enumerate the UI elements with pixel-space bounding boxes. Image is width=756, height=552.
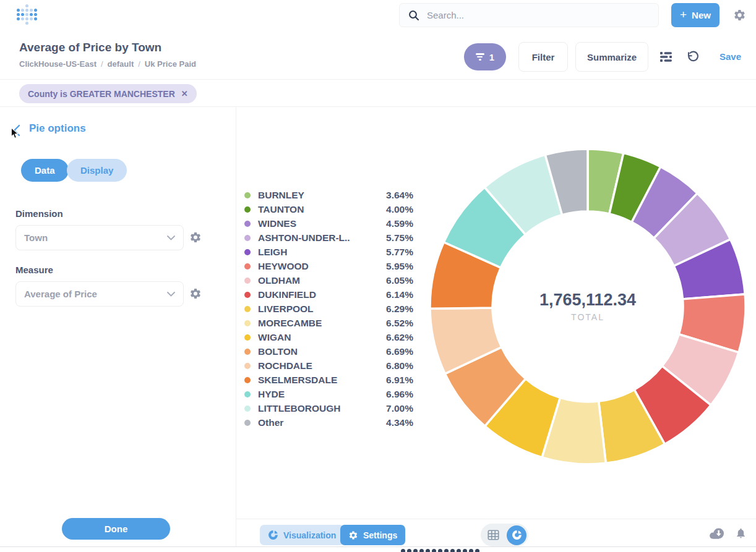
save-button[interactable]: Save — [719, 51, 741, 62]
legend-color-dot — [244, 349, 251, 355]
bell-icon[interactable] — [735, 527, 747, 540]
settings-label: Settings — [363, 530, 397, 540]
legend-percent: 6.05% — [386, 275, 413, 286]
legend-percent: 3.64% — [386, 190, 413, 201]
pie-chart-icon — [512, 530, 522, 540]
legend-item[interactable]: HYDE6.96% — [244, 387, 413, 401]
legend-label: MORECAMBE — [258, 318, 386, 329]
legend-color-dot — [244, 377, 251, 383]
filter-button[interactable]: Filter — [518, 42, 568, 72]
legend-color-dot — [244, 334, 251, 341]
close-icon[interactable]: ✕ — [181, 89, 188, 98]
legend-color-dot — [244, 206, 251, 213]
dimension-gear-icon[interactable] — [189, 231, 202, 244]
chart-area: BURNLEY3.64%TAUNTON4.00%WIDNES4.59%ASHTO… — [236, 107, 756, 519]
settings-button[interactable]: Settings — [340, 525, 405, 545]
legend-item[interactable]: OLDHAM6.05% — [244, 273, 413, 287]
visualization-button[interactable]: Visualization — [260, 525, 344, 545]
legend-item[interactable]: WIDNES4.59% — [244, 216, 413, 231]
legend-color-dot — [244, 278, 251, 284]
tab-display[interactable]: Display — [67, 159, 127, 182]
legend-item[interactable]: DUKINFIELD6.14% — [244, 287, 413, 302]
notebook-icon[interactable] — [659, 51, 672, 63]
table-icon[interactable] — [488, 529, 499, 541]
legend-item[interactable]: LITTLEBOROUGH7.00% — [244, 401, 413, 415]
legend-item[interactable]: TAUNTON4.00% — [244, 202, 413, 216]
legend-label: OLDHAM — [258, 275, 386, 286]
legend-percent: 6.14% — [386, 289, 413, 300]
chart-legend: BURNLEY3.64%TAUNTON4.00%WIDNES4.59%ASHTO… — [244, 188, 413, 430]
legend-color-dot — [244, 420, 251, 426]
bottom-cutoff-strip — [0, 546, 756, 552]
search-bar[interactable] — [399, 3, 659, 27]
legend-item[interactable]: BURNLEY3.64% — [244, 188, 413, 202]
metabase-dots-logo[interactable] — [16, 4, 41, 30]
legend-percent: 5.95% — [386, 261, 413, 272]
legend-item[interactable]: SKELMERSDALE6.91% — [244, 373, 413, 387]
pie-chart-icon — [268, 530, 278, 540]
breadcrumb[interactable]: ClickHouse-US-East/default/Uk Price Paid — [19, 59, 196, 69]
chevron-left-icon[interactable] — [11, 124, 22, 137]
legend-color-dot — [244, 249, 251, 255]
breadcrumb-part[interactable]: default — [108, 59, 134, 69]
legend-item[interactable]: Other4.34% — [244, 415, 413, 430]
dimension-select[interactable]: Town — [15, 225, 184, 250]
legend-item[interactable]: ROCHDALE6.80% — [244, 359, 413, 373]
measure-value: Average of Price — [24, 289, 97, 299]
legend-percent: 6.80% — [386, 360, 413, 372]
legend-item[interactable]: LEIGH5.77% — [244, 245, 413, 259]
legend-item[interactable]: MORECAMBE6.52% — [244, 316, 413, 330]
breadcrumb-part[interactable]: ClickHouse-US-East — [19, 59, 97, 69]
legend-label: ASHTON-UNDER-L.. — [258, 232, 386, 244]
cloud-download-icon[interactable] — [709, 527, 725, 540]
legend-color-dot — [244, 391, 251, 397]
new-button[interactable]: + New — [671, 3, 719, 27]
plus-icon: + — [680, 9, 687, 20]
legend-label: SKELMERSDALE — [258, 375, 386, 386]
measure-label: Measure — [15, 265, 53, 275]
active-filter-count-pill[interactable]: 1 — [464, 43, 506, 70]
legend-percent: 4.59% — [386, 218, 413, 229]
legend-item[interactable]: BOLTON6.69% — [244, 344, 413, 359]
dimension-label: Dimension — [15, 208, 63, 219]
legend-percent: 4.34% — [386, 417, 413, 428]
legend-label: LEIGH — [258, 247, 386, 258]
measure-gear-icon[interactable] — [189, 287, 202, 300]
legend-label: TAUNTON — [258, 204, 386, 215]
breadcrumb-part[interactable]: Uk Price Paid — [145, 59, 196, 69]
chart-center-total: 1,765,112.34 TOTAL — [539, 291, 636, 322]
viz-settings-sidebar: Pie options Data Display Dimension Town … — [0, 107, 236, 546]
legend-label: BOLTON — [258, 346, 386, 357]
legend-item[interactable]: WIGAN6.62% — [244, 330, 413, 344]
legend-percent: 6.69% — [386, 346, 413, 357]
legend-item[interactable]: ASHTON-UNDER-L..5.75% — [244, 231, 413, 245]
cutoff-dots — [401, 549, 479, 552]
legend-label: DUKINFIELD — [258, 289, 386, 300]
legend-label: LIVERPOOL — [258, 304, 386, 315]
breadcrumb-separator: / — [138, 59, 140, 69]
pie-toggle-active[interactable] — [507, 525, 526, 545]
filter-chip[interactable]: County is GREATER MANCHESTER ✕ — [19, 84, 197, 103]
page-title[interactable]: Average of Price by Town — [19, 41, 161, 54]
legend-label: ROCHDALE — [258, 360, 386, 372]
search-input[interactable] — [426, 9, 632, 21]
legend-label: WIGAN — [258, 332, 386, 343]
legend-percent: 6.91% — [386, 375, 413, 386]
search-icon — [408, 10, 419, 21]
filter-badge-count: 1 — [489, 52, 494, 62]
legend-item[interactable]: LIVERPOOL6.29% — [244, 302, 413, 316]
gear-icon[interactable] — [733, 9, 746, 22]
logo-dot-grid — [16, 4, 41, 25]
legend-color-dot — [244, 320, 251, 326]
legend-label: BURNLEY — [258, 190, 386, 201]
chevron-down-icon — [167, 236, 175, 240]
tab-data[interactable]: Data — [21, 159, 69, 182]
summarize-button[interactable]: Summarize — [575, 42, 648, 72]
legend-item[interactable]: HEYWOOD5.95% — [244, 259, 413, 273]
refresh-icon[interactable] — [685, 50, 700, 64]
dimension-value: Town — [24, 232, 48, 243]
measure-select[interactable]: Average of Price — [15, 281, 184, 307]
funnel-icon — [476, 53, 484, 61]
done-button[interactable]: Done — [62, 518, 170, 540]
chevron-down-icon — [167, 292, 175, 297]
